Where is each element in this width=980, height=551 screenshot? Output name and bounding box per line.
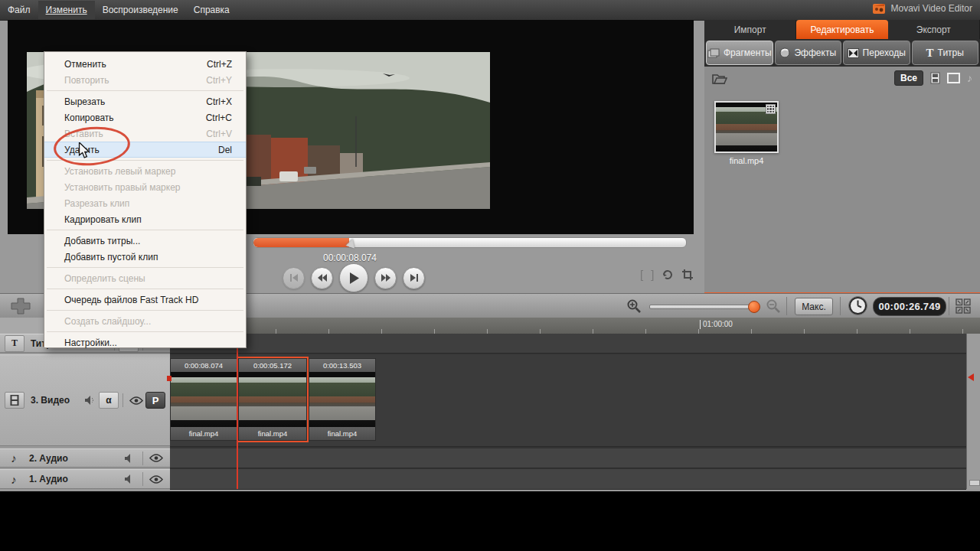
video-opacity-button[interactable]: α: [99, 392, 119, 409]
titles-t-icon: T: [926, 47, 934, 60]
menu-item-redo: ПовторитьCtrl+Y: [44, 72, 246, 88]
project-duration-timecode: 00:00:26.749: [873, 297, 946, 316]
video-track-icon: [5, 392, 24, 409]
audio1-mute-speaker-icon[interactable]: [120, 471, 139, 487]
effects-icon: [779, 47, 790, 58]
tab-edit[interactable]: Редактировать: [796, 20, 887, 39]
menu-item-set-left-marker: Установить левый маркер: [44, 163, 246, 179]
filter-all-button[interactable]: Все: [894, 70, 923, 86]
zoom-max-button[interactable]: Макс.: [795, 298, 833, 315]
clip-3-thumbnails: [309, 372, 375, 427]
menu-item-fast-track-queue[interactable]: Очередь файлов Fast Track HD: [44, 292, 246, 308]
video-badge-icon: [766, 104, 776, 114]
menu-separator: [47, 90, 243, 91]
clip-2-thumbnails: [239, 372, 306, 427]
scrollbar-handle[interactable]: [969, 480, 980, 486]
subtab-fragments[interactable]: Фрагменты: [706, 41, 773, 65]
menu-item-add-titles[interactable]: Добавить титры...: [44, 233, 246, 249]
media-file-name: final.mp4: [708, 156, 785, 165]
crop-icon[interactable]: [681, 269, 694, 281]
menu-item-add-empty-clip[interactable]: Добавить пустой клип: [44, 249, 246, 265]
timeline-clip-2-selected[interactable]: 0:00:05.172 final.mp4: [238, 358, 307, 441]
audio2-visibility-eye-icon[interactable]: [147, 451, 165, 466]
menu-item-cut[interactable]: ВырезатьCtrl+X: [44, 93, 246, 109]
timeline-zoom-slider[interactable]: [649, 305, 760, 309]
fragments-icon: [707, 48, 720, 58]
timeline-clip-3[interactable]: 0:00:13.503 final.mp4: [309, 358, 376, 441]
app-title: Movavi Video Editor: [891, 3, 973, 14]
timeline-scrollbar[interactable]: [966, 334, 980, 489]
timeline-clip-1[interactable]: 0:00:08.074 final.mp4: [170, 358, 237, 441]
subtab-effects[interactable]: Эффекты: [775, 41, 842, 65]
menu-item-undo[interactable]: ОтменитьCtrl+Z: [44, 56, 246, 72]
titles-lane[interactable]: [170, 334, 966, 354]
track-header-audio1[interactable]: ♪ 1. Аудио: [0, 469, 170, 489]
subtab-titles[interactable]: T Титры: [912, 41, 979, 65]
video-p-mode-button[interactable]: P: [145, 392, 165, 409]
audio2-track-icon: ♪: [5, 451, 23, 466]
clip-selection-left-marker: [167, 376, 172, 381]
seek-bar[interactable]: [253, 237, 687, 248]
menu-item-crop-clip[interactable]: Кадрировать клип: [44, 211, 246, 227]
open-folder-icon[interactable]: [712, 73, 727, 84]
menu-item-copy[interactable]: КопироватьCtrl+C: [44, 109, 246, 126]
play-button[interactable]: [339, 263, 368, 292]
app-brand: Movavi Video Editor: [872, 2, 973, 15]
next-clip-button[interactable]: [403, 267, 425, 289]
mouse-cursor: [78, 142, 90, 159]
movavi-video-editor-window: Файл Изменить Воспроизведение Справка Mo…: [0, 0, 980, 551]
transitions-icon: [848, 48, 859, 58]
clip-3-filename: final.mp4: [309, 427, 375, 440]
filter-image-icon[interactable]: [947, 73, 960, 83]
clip-3-duration: 0:00:13.503: [309, 359, 375, 372]
previous-clip-button[interactable]: [283, 267, 305, 289]
audio1-visibility-eye-icon[interactable]: [147, 471, 165, 487]
rewind-button[interactable]: [311, 267, 333, 289]
track-header-video[interactable]: 3. Видео α P: [0, 354, 170, 446]
titles-track-icon: T: [5, 335, 24, 352]
letterbox-bottom: [0, 523, 980, 551]
filter-audio-icon[interactable]: ♪: [967, 72, 972, 84]
menu-separator: [47, 289, 243, 289]
subtab-transitions[interactable]: Переходы: [843, 41, 910, 65]
tab-export[interactable]: Экспорт: [888, 20, 980, 39]
ruler-label-hour: 01:00:00: [700, 320, 733, 329]
menu-item-detect-scenes: Определить сцены: [44, 270, 246, 286]
media-thumbnail[interactable]: [714, 101, 779, 153]
menu-bar: Файл Изменить Воспроизведение Справка Mo…: [0, 0, 980, 21]
right-bracket-marker-icon[interactable]: ]: [651, 268, 654, 281]
rotate-icon[interactable]: [662, 269, 674, 281]
menu-edit[interactable]: Изменить: [38, 1, 95, 19]
audio2-mute-speaker-icon[interactable]: [120, 451, 139, 466]
zoom-in-icon[interactable]: [626, 298, 642, 314]
filter-video-icon[interactable]: [930, 72, 940, 84]
zoom-out-icon[interactable]: [766, 298, 781, 314]
workflow-tabs: Импорт Редактировать Экспорт: [704, 20, 980, 39]
track-header-audio2[interactable]: ♪ 2. Аудио: [0, 448, 170, 468]
menu-separator: [47, 267, 243, 268]
menu-item-split-clip: Разрезать клип: [44, 195, 246, 211]
video-visibility-eye-icon[interactable]: [127, 393, 145, 408]
clock-icon[interactable]: [848, 295, 868, 316]
left-bracket-marker-icon[interactable]: [: [640, 268, 643, 281]
tab-import[interactable]: Импорт: [704, 20, 796, 39]
menu-item-create-slideshow: Создать слайдшоу...: [44, 313, 246, 329]
timeline-ruler[interactable]: 00:00:00 01:00:00: [170, 318, 980, 334]
menu-item-settings[interactable]: Настройки...: [44, 334, 246, 350]
menu-file[interactable]: Файл: [0, 1, 38, 19]
audio1-track-icon: ♪: [5, 471, 23, 487]
audio1-lane[interactable]: [170, 469, 966, 490]
video-mute-speaker-icon[interactable]: [80, 393, 99, 408]
clip-2-duration: 0:00:05.172: [239, 359, 306, 372]
fit-timeline-icon[interactable]: [956, 298, 971, 314]
zoom-slider-knob[interactable]: [748, 301, 760, 313]
menu-help[interactable]: Справка: [186, 1, 237, 19]
preview-timecode: 00:00:08.074: [289, 253, 411, 263]
menu-playback[interactable]: Воспроизведение: [95, 1, 186, 19]
movavi-logo-icon: [872, 2, 886, 15]
library-subtabs: Фрагменты Эффекты Переходы T Титры: [704, 39, 980, 67]
preview-tools: [ ]: [640, 268, 694, 281]
audio2-lane[interactable]: [170, 448, 966, 468]
fast-forward-button[interactable]: [374, 267, 397, 289]
add-clip-button[interactable]: [9, 296, 32, 316]
